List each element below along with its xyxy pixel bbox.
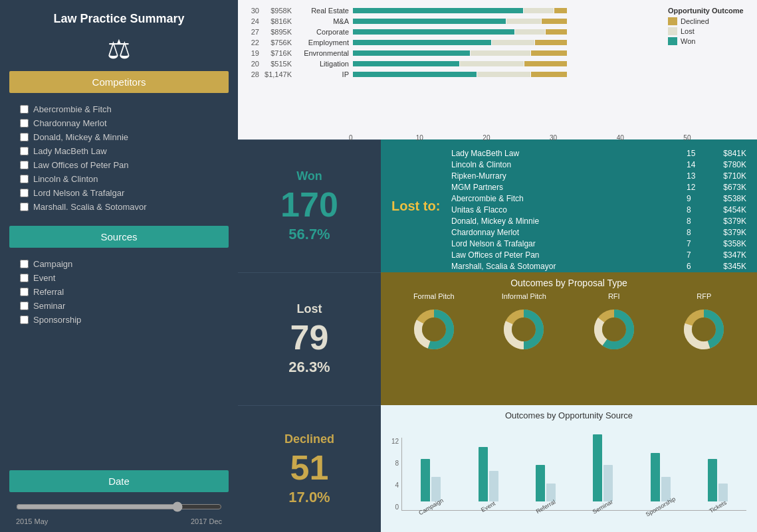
declined-label: Declined	[284, 432, 334, 446]
lost-number: 79	[290, 320, 329, 355]
competitor-checkbox[interactable]	[20, 189, 29, 197]
chart-row: 24 $816K M&A	[245, 17, 664, 25]
bar-chart-panel: 30 $958K Real Estate 24 $816K M&A 27 $89…	[238, 0, 757, 139]
competitor-item[interactable]: Lady MacBeth Law	[20, 144, 225, 158]
competitor-checkbox[interactable]	[20, 133, 29, 141]
firm-value: $780K	[706, 160, 746, 169]
competitor-checkbox[interactable]	[20, 147, 29, 155]
source-checkbox[interactable]	[20, 260, 29, 268]
competitor-label: Lincoln & Clinton	[33, 174, 98, 184]
legend-title: Opportunity Outcome	[668, 7, 746, 15]
source-item[interactable]: Seminar	[20, 299, 225, 313]
competitor-item[interactable]: Lincoln & Clinton	[20, 172, 225, 186]
lost-to-row: Marshall, Scalia & Sotomayor6$345K	[451, 260, 746, 272]
source-item[interactable]: Event	[20, 271, 225, 285]
competitor-checkbox[interactable]	[20, 175, 29, 183]
date-slider-container: 2015 May 2017 Dec	[9, 501, 229, 525]
competitor-item[interactable]: Chardonnay Merlot	[20, 116, 225, 130]
donut-chart	[497, 303, 550, 356]
firm-count: 9	[687, 194, 706, 203]
lost-bar	[603, 465, 613, 501]
source-label: Campaign	[33, 259, 72, 269]
donut-item: RFI	[588, 292, 641, 356]
source-checkbox[interactable]	[20, 274, 29, 282]
chart-row: 19 $716K Envronmental	[245, 49, 664, 57]
firm-name: Lord Nelson & Trafalgar	[451, 239, 687, 248]
proposal-type-panel: Outcomes by Proposal Type Formal PitchIn…	[381, 272, 757, 405]
chart-legend: Opportunity Outcome DeclinedLostWon	[664, 7, 750, 133]
competitors-list: Abercrombie & FitchChardonnay MerlotDona…	[0, 100, 238, 219]
source-label: Referral	[33, 287, 64, 297]
competitor-item[interactable]: Marshall. Scalia & Sotomavor	[20, 200, 225, 214]
lost-to-row: Lady MacBeth Law15$841K	[451, 147, 746, 159]
sidebar-title: Law Practice Summary	[0, 0, 238, 30]
source-checkbox[interactable]	[20, 302, 29, 310]
firm-count: 8	[687, 228, 706, 237]
donut-label: RFI	[608, 292, 620, 300]
lost-to-title: Lost to:	[391, 147, 451, 264]
firm-value: $673K	[706, 183, 746, 192]
firm-value: $379K	[706, 228, 746, 237]
source-item[interactable]: Referral	[20, 285, 225, 299]
x-tick: 0	[349, 134, 416, 141]
lost-to-panel: Lost to: Lady MacBeth Law15$841KLincoln …	[381, 139, 757, 272]
source-checkbox[interactable]	[20, 288, 29, 296]
lost-to-row: Donald, Mickey & Minnie8$379K	[451, 215, 746, 226]
date-range-slider[interactable]	[16, 501, 222, 512]
firm-value: $841K	[706, 149, 746, 158]
donut-label: Formal Pitch	[413, 292, 455, 300]
bar-group-label: Event	[480, 500, 496, 513]
competitor-item[interactable]: Lord Nelson & Trafalgar	[20, 186, 225, 200]
donut-label: RFP	[697, 292, 711, 300]
firm-name: Donald, Mickey & Minnie	[451, 217, 687, 226]
firm-count: 7	[687, 239, 706, 248]
competitor-item[interactable]: Law Offices of Peter Pan	[20, 158, 225, 172]
firm-name: MGM Partners	[451, 183, 687, 192]
legend-label: Won	[681, 37, 695, 45]
bar-pair	[421, 459, 441, 501]
competitor-item[interactable]: Donald, Mickey & Minnie	[20, 130, 225, 144]
firm-name: Law Offices of Peter Pan	[451, 250, 687, 260]
legend-item: Declined	[668, 17, 746, 25]
x-tick: 50	[683, 134, 750, 141]
competitor-checkbox[interactable]	[20, 161, 29, 169]
competitor-checkbox[interactable]	[20, 203, 29, 211]
lost-to-table: Lady MacBeth Law15$841KLincoln & Clinton…	[451, 147, 746, 264]
source-item[interactable]: Campaign	[20, 257, 225, 271]
competitor-item[interactable]: Abercrombie & Fitch	[20, 102, 225, 116]
competitor-checkbox[interactable]	[20, 119, 29, 128]
bar-pair	[651, 453, 671, 501]
legend-item: Lost	[668, 27, 746, 35]
lost-bar	[718, 484, 728, 502]
x-tick: 40	[617, 134, 684, 141]
firm-name: Unitas & Flacco	[451, 205, 687, 215]
won-bar	[479, 447, 488, 502]
lost-to-row: Lincoln & Clinton14$780K	[451, 159, 746, 170]
y-label: 12	[391, 438, 399, 445]
firm-value: $379K	[706, 217, 746, 226]
competitor-label: Lord Nelson & Trafalgar	[33, 188, 124, 198]
lost-to-row: MGM Partners12$673K	[451, 181, 746, 193]
opp-source-panel: Outcomes by Opportunity Source 12840 Cam…	[381, 405, 757, 532]
donut-chart	[677, 303, 730, 356]
competitor-checkbox[interactable]	[20, 105, 29, 114]
legend-label: Declined	[681, 17, 709, 25]
source-checkbox[interactable]	[20, 315, 29, 324]
lost-to-row: Law Offices of Peter Pan7$347K	[451, 249, 746, 260]
source-item[interactable]: Sponsorship	[20, 313, 225, 327]
competitor-label: Abercrombie & Fitch	[33, 104, 112, 114]
won-number: 170	[280, 187, 338, 222]
firm-name: Chardonnay Merlot	[451, 228, 687, 237]
won-label: Won	[296, 169, 322, 183]
x-tick: 20	[483, 134, 550, 141]
competitor-label: Marshall. Scalia & Sotomavor	[33, 202, 147, 212]
chart-row: 22 $756K Employment	[245, 39, 664, 46]
won-bar	[593, 434, 602, 501]
chart-row: 27 $895K Corporate	[245, 28, 664, 36]
bar-group: Event	[459, 447, 516, 511]
competitor-label: Donald, Mickey & Minnie	[33, 132, 128, 142]
firm-name: Lincoln & Clinton	[451, 160, 687, 169]
opp-source-title: Outcomes by Opportunity Source	[389, 410, 749, 420]
bar-pair	[536, 465, 556, 501]
won-bar	[651, 453, 660, 501]
